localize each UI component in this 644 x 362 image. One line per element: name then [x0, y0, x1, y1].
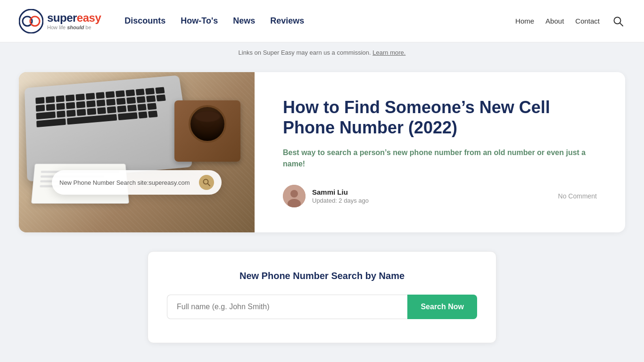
nav-home[interactable]: Home: [515, 17, 534, 25]
search-widget-title: New Phone Number Search by Name: [167, 271, 477, 281]
article-card: // This will be rendered by keyboard gen…: [19, 72, 625, 232]
comment-count: No Comment: [558, 192, 597, 200]
search-name-input[interactable]: [167, 295, 407, 319]
logo-icon: [19, 9, 43, 33]
article-title: How to Find Someone’s New Cell Phone Num…: [283, 97, 597, 138]
header-left: super easy How life should be Discounts …: [19, 9, 304, 33]
commission-text: Links on Super Easy may earn us a commis…: [239, 49, 371, 56]
svg-line-4: [620, 23, 623, 26]
nav-news[interactable]: News: [233, 16, 255, 26]
author-avatar: [283, 185, 305, 207]
article-content-area: How to Find Someone’s New Cell Phone Num…: [255, 72, 625, 232]
learn-more-link[interactable]: Learn more.: [372, 49, 405, 56]
search-widget: New Phone Number Search by Name Search N…: [148, 251, 496, 343]
nav-about[interactable]: About: [545, 17, 564, 25]
logo-super: super: [47, 12, 77, 24]
header-right: Home About Contact: [515, 14, 625, 28]
article-subtitle: Best way to search a person’s new phone …: [283, 147, 597, 170]
hero-search-overlay: New Phone Number Search site:supereasy.c…: [52, 170, 222, 195]
main-content: // This will be rendered by keyboard gen…: [0, 63, 644, 362]
nav-discounts[interactable]: Discounts: [124, 16, 165, 26]
logo-tagline: How life should be: [47, 25, 101, 30]
hero-image-area: // This will be rendered by keyboard gen…: [19, 72, 255, 232]
logo-link[interactable]: super easy How life should be: [19, 9, 101, 33]
search-now-button[interactable]: Search Now: [407, 295, 477, 319]
search-button[interactable]: [611, 14, 625, 28]
nav-contact[interactable]: Contact: [575, 17, 600, 25]
author-updated: Updated: 2 days ago: [312, 197, 369, 204]
logo-easy: easy: [77, 12, 101, 24]
logo-text: super easy How life should be: [47, 12, 101, 30]
hero-search-text: New Phone Number Search site:supereasy.c…: [59, 179, 194, 186]
nav-howtos[interactable]: How-To's: [181, 16, 218, 26]
author-area: Sammi Liu Updated: 2 days ago: [283, 185, 369, 207]
author-name: Sammi Liu: [312, 188, 369, 196]
commission-bar: Links on Super Easy may earn us a commis…: [0, 42, 644, 63]
svg-line-6: [208, 184, 210, 186]
article-meta: Sammi Liu Updated: 2 days ago No Comment: [283, 185, 597, 207]
nav-reviews[interactable]: Reviews: [270, 16, 304, 26]
search-widget-form: Search Now: [167, 295, 477, 319]
main-nav: Discounts How-To's News Reviews: [124, 16, 304, 26]
hero-search-icon: [199, 175, 214, 190]
svg-point-8: [290, 190, 298, 197]
author-info: Sammi Liu Updated: 2 days ago: [312, 188, 369, 204]
site-header: super easy How life should be Discounts …: [0, 0, 644, 42]
search-icon: [613, 16, 623, 26]
